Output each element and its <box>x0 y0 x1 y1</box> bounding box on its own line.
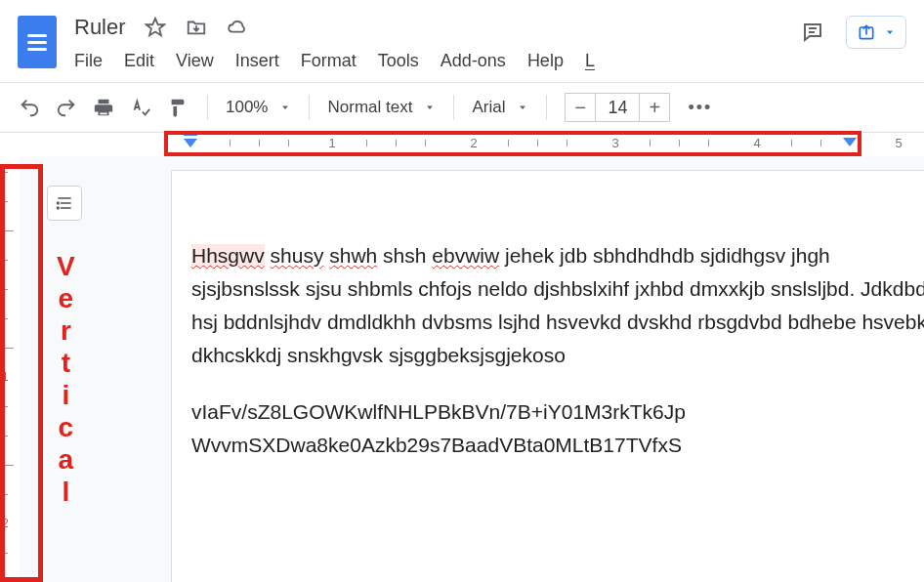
svg-marker-5 <box>282 106 288 110</box>
chevron-down-icon <box>517 102 528 113</box>
zoom-value: 100% <box>226 98 268 117</box>
document-title[interactable]: Ruler <box>74 15 126 40</box>
menu-view[interactable]: View <box>176 51 214 71</box>
spellcheck-button[interactable] <box>129 96 152 119</box>
font-size-decrease[interactable]: − <box>565 93 596 122</box>
menu-edit[interactable]: Edit <box>124 51 154 71</box>
toolbar-more-button[interactable]: ••• <box>684 98 712 118</box>
document-outline-button[interactable] <box>47 186 82 221</box>
document-body[interactable]: Hhsgwv shusy shwh shsh ebvwiw jehek jdb … <box>191 239 924 462</box>
style-value: Normal text <box>327 98 412 117</box>
font-size-increase[interactable]: + <box>639 93 670 122</box>
zoom-select[interactable]: 100% <box>226 98 291 117</box>
first-line-indent-marker[interactable] <box>184 131 197 136</box>
menu-help[interactable]: Help <box>527 51 564 71</box>
menu-last-edit[interactable]: L <box>585 51 595 71</box>
paint-format-button[interactable] <box>166 96 189 119</box>
document-page[interactable]: Hhsgwv shusy shwh shsh ebvwiw jehek jdb … <box>171 170 924 582</box>
svg-marker-4 <box>887 31 893 35</box>
font-size-stepper: − 14 + <box>565 93 670 122</box>
svg-point-11 <box>58 202 60 204</box>
font-family-select[interactable]: Arial <box>472 98 528 117</box>
chevron-down-icon <box>884 26 896 38</box>
annotation-vertical-ruler-label: V e r t i c a l <box>57 250 75 508</box>
vruler-number: 2 <box>2 517 9 530</box>
move-folder-icon[interactable] <box>185 16 208 39</box>
hruler-number: 5 <box>895 136 902 150</box>
font-value: Arial <box>472 98 505 117</box>
hruler-number: 2 <box>470 136 477 150</box>
hruler-number: 1 <box>328 136 335 150</box>
menu-file[interactable]: File <box>74 51 103 71</box>
vertical-ruler[interactable]: 1 2 <box>0 133 20 582</box>
menu-addons[interactable]: Add-ons <box>441 51 506 71</box>
workspace: 1 2 1 2 3 <box>0 133 924 582</box>
hruler-number: 3 <box>611 136 618 150</box>
print-button[interactable] <box>92 96 115 119</box>
cloud-status-icon[interactable] <box>226 16 249 39</box>
font-size-value[interactable]: 14 <box>596 93 639 122</box>
redo-button[interactable] <box>55 96 78 119</box>
hruler-number: 4 <box>753 136 760 150</box>
docs-logo-icon[interactable] <box>18 16 57 68</box>
chevron-down-icon <box>279 102 291 113</box>
svg-point-12 <box>58 207 60 209</box>
star-icon[interactable] <box>144 16 167 39</box>
title-bar: Ruler File Edit View Insert Format Tools… <box>0 0 924 82</box>
svg-marker-7 <box>520 106 525 110</box>
menu-format[interactable]: Format <box>301 51 357 71</box>
vruler-number: 1 <box>2 370 9 384</box>
right-indent-marker[interactable] <box>843 138 857 146</box>
svg-marker-6 <box>427 106 433 110</box>
toolbar: 100% Normal text Arial − 14 + ••• <box>0 82 924 133</box>
chevron-down-icon <box>424 102 436 113</box>
undo-button[interactable] <box>18 96 41 119</box>
paragraph: vIaFv/sZ8LGOWKwlfNHLPBkBVn/7B+iY01M3rkTk… <box>191 395 924 462</box>
menu-bar: File Edit View Insert Format Tools Add-o… <box>74 51 801 71</box>
share-button[interactable] <box>846 16 906 49</box>
paragraph-style-select[interactable]: Normal text <box>327 98 436 117</box>
left-indent-marker[interactable] <box>184 139 197 147</box>
svg-marker-0 <box>146 19 163 35</box>
comments-icon[interactable] <box>801 21 824 44</box>
horizontal-ruler[interactable]: 1 2 3 4 5 <box>20 133 924 156</box>
text-selection: Hhsgwv <box>191 244 265 267</box>
title-area: Ruler File Edit View Insert Format Tools… <box>74 10 801 71</box>
menu-insert[interactable]: Insert <box>235 51 279 71</box>
menu-tools[interactable]: Tools <box>378 51 419 71</box>
paragraph: Hhsgwv shusy shwh shsh ebvwiw jehek jdb … <box>191 239 924 372</box>
